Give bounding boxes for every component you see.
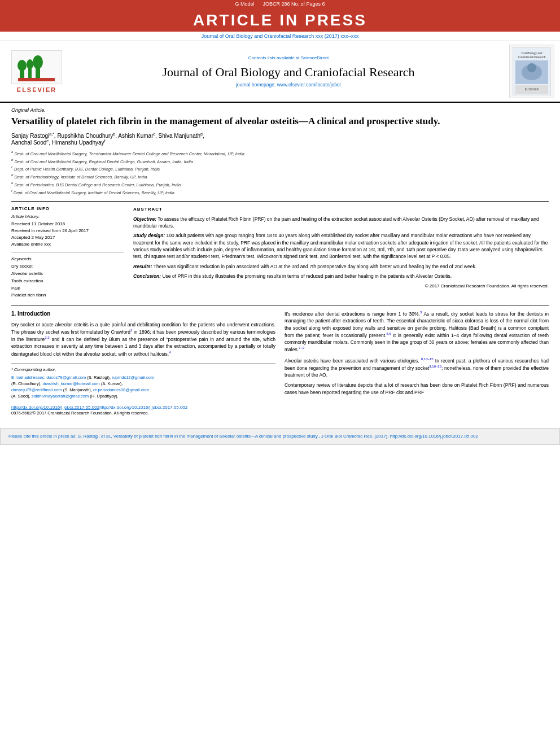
article-in-press-bar: ARTICLE IN PRESS bbox=[0, 8, 560, 32]
affiliations: a Dept. of Oral and Maxillofacial Surger… bbox=[11, 150, 549, 196]
abstract-column: ABSTRACT Objective: To assess the effica… bbox=[133, 206, 549, 299]
journal-info: Contents lists available at ScienceDirec… bbox=[73, 45, 504, 98]
article-history: Article history: Received 11 October 201… bbox=[11, 214, 124, 248]
conclusion-label: Conclusion: bbox=[133, 273, 161, 279]
right-para2: Alveolar osteitis have been associated w… bbox=[285, 357, 549, 379]
svg-text:ELSEVIER: ELSEVIER bbox=[525, 88, 539, 91]
abstract-copyright: © 2017 Craniofacial Research Foundation.… bbox=[133, 283, 549, 290]
citation-text: Please cite this article in press as: S.… bbox=[8, 434, 389, 439]
svg-rect-6 bbox=[18, 78, 55, 81]
email-choudhury[interactable]: rupmds12@gmail.com bbox=[112, 375, 154, 380]
keywords-label: Keywords: bbox=[11, 256, 124, 261]
citation-bar: Please cite this article in press as: S.… bbox=[0, 428, 560, 445]
article-info-heading: ARTICLE INFO bbox=[11, 206, 124, 211]
abstract-conclusion: Conclusion: Use of PRF in this study ill… bbox=[133, 273, 549, 279]
page-wrapper: G Model JOBCR 286 No. of Pages 6 ARTICLE… bbox=[0, 0, 560, 445]
email-manjunath[interactable]: drmanju75@rediffmail.com bbox=[11, 387, 62, 392]
body-col-left: 1. Introduction Dry socket or acute alve… bbox=[11, 310, 275, 417]
right-para3: Contemporary review of literature depict… bbox=[285, 382, 549, 396]
svg-text:Oral Biology and: Oral Biology and bbox=[522, 51, 542, 55]
abstract-objective: Objective: To assess the efficacy of Pla… bbox=[133, 216, 549, 230]
email-upadhyay[interactable]: siddhivinayaketah@gmail.com bbox=[32, 394, 89, 399]
right-para1: It's incidence after dental extractions … bbox=[285, 310, 549, 353]
journal-homepage: journal homepage: www.elsevier.com/locat… bbox=[236, 82, 341, 88]
conclusion-text: Use of PRF in this study illustrates the… bbox=[162, 273, 452, 279]
keyword-3: Tooth extraction bbox=[11, 278, 124, 285]
study-design-label: Study design: bbox=[133, 233, 165, 238]
keyword-2: Alveolar osteitis bbox=[11, 270, 124, 278]
introduction-heading: 1. Introduction bbox=[11, 310, 275, 318]
affiliation-b: b Dept. of Oral and Maxillofacial Surger… bbox=[11, 158, 549, 165]
author-sanjay: Sanjay Rastogi bbox=[11, 133, 49, 139]
top-banner: G Model JOBCR 286 No. of Pages 6 bbox=[0, 0, 560, 8]
affiliation-c: c Dept. of Public Health Dentistry, BJS,… bbox=[11, 165, 549, 172]
revised-date: Received in revised form 26 April 2017 bbox=[11, 228, 124, 234]
journal-thumbnail: Oral Biology and Craniofacial Research E… bbox=[509, 45, 554, 98]
journal-header: ELSEVIER Contents lists available at Sci… bbox=[0, 41, 560, 103]
abstract-study-design: Study design: 100 adult patients with ag… bbox=[133, 232, 549, 260]
main-body: 1. Introduction Dry socket or acute alve… bbox=[11, 305, 549, 417]
svg-point-12 bbox=[527, 63, 536, 72]
accepted-date: Accepted 2 May 2017 bbox=[11, 234, 124, 241]
doi-link[interactable]: http://dx.doi.org/10.1016/j.jobcr.2017.0… bbox=[11, 405, 99, 410]
affiliation-e: e Dept. of Periodontics, BJS Dental Coll… bbox=[11, 181, 549, 188]
history-label: Article history: bbox=[11, 214, 124, 219]
affiliation-a: a Dept. of Oral and Maxillofacial Surger… bbox=[11, 150, 549, 157]
sciencedirect-link[interactable]: ScienceDirect bbox=[301, 55, 329, 60]
affiliation-d: d Dept. of Periodontology, Institute of … bbox=[11, 173, 549, 180]
objective-label: Objective: bbox=[133, 216, 156, 222]
bottom-links: http://dx.doi.org/10.1016/j.jobcr.2017.0… bbox=[11, 404, 275, 417]
doi-header-line: Journal of Oral Biology and Craniofacial… bbox=[0, 32, 560, 41]
contents-sciencedirect: Contents lists available at ScienceDirec… bbox=[248, 55, 329, 60]
body-two-col: 1. Introduction Dry socket or acute alve… bbox=[11, 310, 549, 417]
keyword-5: Platelet rich fibrin bbox=[11, 292, 124, 299]
citation-doi-link[interactable]: http://dx.doi.org/10.1016/j.jobcr.2017.0… bbox=[390, 434, 478, 439]
article-type-label: Original Article. bbox=[11, 107, 549, 113]
keyword-1: Dry socket bbox=[11, 263, 124, 270]
article-info-abstract-section: ARTICLE INFO Article history: Received 1… bbox=[11, 201, 549, 299]
footnote-area: * Corresponding author. E-mail addresses… bbox=[11, 363, 275, 400]
results-text: There was significant reduction in pain … bbox=[154, 264, 476, 269]
author-aanchal: Aanchal Sood bbox=[11, 140, 46, 146]
svg-text:Craniofacial Research: Craniofacial Research bbox=[518, 55, 545, 59]
svg-point-3 bbox=[27, 59, 33, 69]
gmodel-label: G Model bbox=[235, 1, 254, 7]
available-online: Available online xxx bbox=[11, 241, 124, 248]
svg-point-1 bbox=[18, 60, 27, 71]
journal-title: Journal of Oral Biology and Craniofacial… bbox=[162, 65, 414, 80]
intro-para1: Dry socket or acute alveolar osteitis is… bbox=[11, 321, 275, 357]
email-sood[interactable]: dr.periodontics08@gmail.com bbox=[93, 387, 149, 392]
footnote-emails: E-mail addresses: docos79@gmail.com (S. … bbox=[11, 374, 275, 400]
results-label: Results: bbox=[133, 264, 152, 269]
email-rastogi[interactable]: docos79@gmail.com bbox=[46, 375, 86, 380]
article-content: Original Article. Versatility of platele… bbox=[0, 103, 560, 422]
elsevier-text: ELSEVIER bbox=[17, 86, 56, 93]
email-label: E-mail addresses: bbox=[11, 375, 45, 380]
journal-logo-area: ELSEVIER bbox=[6, 45, 68, 98]
email-kumar[interactable]: drashish_kumar@hotmail.com bbox=[42, 381, 99, 386]
study-design-text: 100 adult patients with age group rangin… bbox=[133, 233, 548, 259]
article-title: Versatility of platelet rich fibrin in t… bbox=[11, 115, 549, 128]
authors-line: Sanjay Rastogia,*, Rupshikha Choudhuryb,… bbox=[11, 132, 549, 146]
abstract-results: Results: There was significant reduction… bbox=[133, 263, 549, 270]
abstract-heading: ABSTRACT bbox=[133, 206, 549, 213]
svg-point-5 bbox=[33, 55, 43, 69]
elsevier-logo-image bbox=[11, 50, 62, 84]
corresponding-author-label: * Corresponding author. bbox=[11, 367, 275, 373]
journal-homepage-link[interactable]: www.elsevier.com/locate/jobcr bbox=[277, 82, 341, 88]
keyword-4: Pain bbox=[11, 285, 124, 292]
objective-text: To assess the efficacy of Platelet Rich … bbox=[133, 216, 539, 229]
received-date: Received 11 October 2016 bbox=[11, 221, 124, 228]
affiliation-f: f Dept. of Oral and Maxillofacial Surger… bbox=[11, 189, 549, 196]
jobcr-label: JOBCR 286 No. of Pages 6 bbox=[262, 1, 325, 7]
bottom-copyright: 0976-5662/© 2017 Craniofacial Research F… bbox=[11, 410, 275, 417]
body-col-right: It's incidence after dental extractions … bbox=[285, 310, 549, 417]
keywords-section: Keywords: Dry socket Alveolar osteitis T… bbox=[11, 252, 124, 299]
article-info-column: ARTICLE INFO Article history: Received 1… bbox=[11, 206, 124, 299]
